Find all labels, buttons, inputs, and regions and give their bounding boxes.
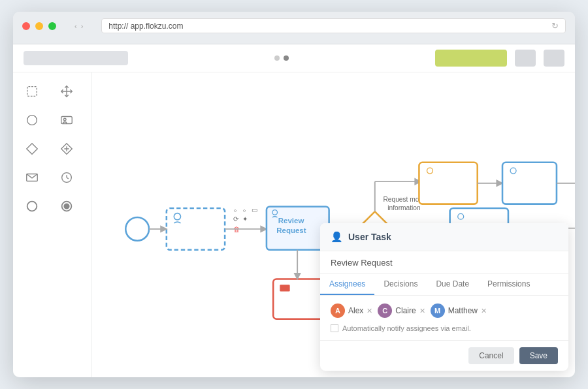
move-tool[interactable] (56, 80, 78, 102)
svg-text:Review: Review (278, 217, 304, 225)
panel-tabs: Assignees Decisions Due Date Permissions (320, 274, 568, 296)
tab-decisions[interactable]: Decisions (374, 274, 427, 295)
user-task-panel: 👤 User Task Assignees Decisions Due Date… (320, 223, 568, 371)
cancel-button[interactable]: Cancel (468, 347, 514, 364)
avatar-matthew: M (431, 303, 445, 318)
assignee-chip-matthew: M Matthew ✕ (431, 303, 487, 318)
browser-controls: ‹ › http:// app.flokzu.com ↻ (22, 18, 566, 33)
message-event-tool[interactable] (21, 166, 43, 189)
svg-rect-43 (502, 163, 557, 204)
start-event-tool[interactable] (21, 109, 43, 131)
notify-checkbox[interactable] (331, 324, 338, 332)
reload-button[interactable]: ↻ (551, 21, 559, 31)
assignee-chip-claire: C Claire ✕ (378, 303, 425, 318)
svg-text:⬦: ⬦ (233, 206, 237, 213)
dot-1[interactable] (274, 55, 280, 61)
assignee-name-claire: Claire (395, 306, 416, 315)
assignee-name-matthew: Matthew (448, 306, 478, 315)
svg-text:▭: ▭ (252, 206, 257, 213)
end-event-tool[interactable] (21, 195, 43, 217)
url-text: http:// app.flokzu.com (108, 22, 183, 31)
svg-point-6 (63, 118, 66, 121)
assignee-name-alex: Alex (348, 306, 363, 315)
svg-text:✦: ✦ (242, 215, 248, 223)
address-bar[interactable]: http:// app.flokzu.com ↻ (101, 18, 566, 33)
panel-body: A Alex ✕ C Claire ✕ M Ma (320, 296, 568, 340)
task-name-row (320, 251, 568, 274)
avatar-claire: C (378, 303, 392, 318)
panel-footer: Cancel Save (320, 340, 568, 371)
user-task-icon: 👤 (331, 231, 343, 243)
svg-text:⟳: ⟳ (233, 215, 239, 223)
close-dot[interactable] (22, 22, 30, 30)
assignees-row: A Alex ✕ C Claire ✕ M Ma (331, 303, 558, 318)
remove-alex-button[interactable]: ✕ (367, 307, 372, 315)
parallel-gateway-tool[interactable] (56, 138, 78, 160)
select-tool[interactable] (21, 80, 43, 102)
tab-assignees[interactable]: Assignees (320, 274, 374, 295)
maximize-dot[interactable] (48, 22, 56, 30)
left-toolbar (13, 72, 91, 377)
dot-2[interactable] (284, 55, 289, 61)
timer-event-tool[interactable] (56, 166, 78, 189)
back-arrow[interactable]: ‹ (74, 22, 77, 30)
exclusive-gateway-tool[interactable] (21, 138, 43, 160)
avatar-alex: A (331, 303, 345, 318)
svg-text:Request: Request (276, 226, 306, 234)
svg-point-17 (64, 204, 69, 208)
user-task-tool[interactable] (56, 109, 78, 131)
canvas-area[interactable]: ⬦ ⬦ ▭ ⟳ ✦ 🗑 Review Request (91, 72, 575, 377)
browser-window: ‹ › http:// app.flokzu.com ↻ (13, 12, 575, 377)
publish-button[interactable] (435, 50, 507, 67)
assignee-chip-alex: A Alex ✕ (331, 303, 372, 318)
svg-rect-63 (280, 285, 289, 291)
svg-marker-7 (27, 144, 38, 155)
svg-point-4 (27, 116, 37, 125)
notify-row: Automatically notify assignees via email… (331, 324, 558, 332)
browser-nav: ‹ › (74, 22, 83, 30)
app-content: ⬦ ⬦ ▭ ⟳ ✦ 🗑 Review Request (13, 72, 575, 377)
svg-text:information: information (387, 204, 420, 211)
tab-due-date[interactable]: Due Date (427, 274, 478, 295)
browser-chrome: ‹ › http:// app.flokzu.com ↻ (13, 12, 575, 44)
svg-text:⬦: ⬦ (242, 206, 246, 213)
svg-rect-0 (27, 87, 37, 97)
minimize-dot[interactable] (35, 22, 43, 30)
toolbar-gray-btn-1[interactable] (515, 50, 536, 67)
task-name-input[interactable] (331, 258, 558, 268)
svg-point-18 (125, 217, 149, 241)
remove-claire-button[interactable]: ✕ (419, 307, 425, 315)
toolbar-gray-btn-2[interactable] (544, 50, 564, 67)
remove-matthew-button[interactable]: ✕ (481, 307, 487, 315)
terminate-event-tool[interactable] (56, 195, 78, 217)
tab-permissions[interactable]: Permissions (478, 274, 539, 295)
pagination-dots (274, 55, 289, 61)
panel-title: User Task (348, 232, 391, 242)
svg-point-15 (27, 202, 37, 211)
forward-arrow[interactable]: › (81, 22, 84, 30)
toolbar-placeholder (24, 51, 128, 65)
svg-line-14 (67, 178, 69, 179)
panel-header: 👤 User Task (320, 223, 568, 251)
app-toolbar (13, 44, 575, 72)
save-button[interactable]: Save (519, 347, 558, 364)
notify-label: Automatically notify assignees via email… (342, 324, 471, 332)
